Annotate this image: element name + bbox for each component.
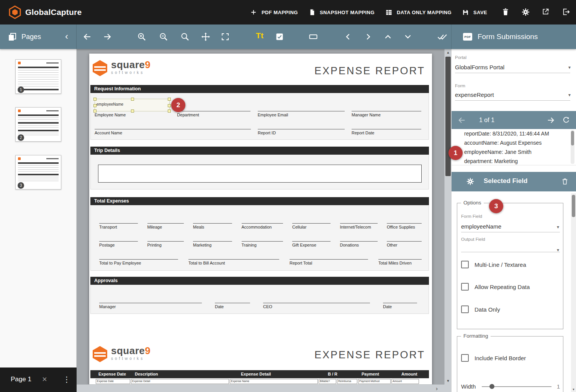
- caret-down-icon[interactable]: ▾: [557, 224, 559, 230]
- chevron-up-icon[interactable]: [383, 32, 393, 41]
- selected-field-overlay[interactable]: employeeName: [95, 99, 170, 111]
- pan-move-icon[interactable]: [201, 32, 210, 41]
- resize-handle[interactable]: [131, 98, 134, 101]
- record-row[interactable]: reportDate: 8/31/2020, 11:46:44 AM: [452, 129, 576, 138]
- record-row[interactable]: employeeName: Jane Smith: [452, 147, 576, 157]
- prev-field-chevron-left-icon[interactable]: [344, 32, 353, 41]
- pdf-mapping-button[interactable]: PDF MAPPING: [250, 0, 298, 24]
- scrollbar-thumb[interactable]: [571, 131, 574, 145]
- multiline-option-row: Multi-Line / Textarea: [461, 261, 526, 268]
- resize-handle[interactable]: [168, 98, 171, 101]
- repeating-data-option-row: Allow Repeating Data: [461, 283, 530, 291]
- collapse-pages-icon[interactable]: ‹: [62, 30, 71, 42]
- chevron-down-icon[interactable]: [403, 32, 412, 41]
- form-field: Other: [387, 241, 422, 247]
- kebab-menu-icon[interactable]: ⋮: [63, 375, 70, 384]
- snapshot-mapping-button[interactable]: SNAPSHOT MAPPING: [309, 0, 375, 24]
- formatting-group: Formatting Include Field Border Width 1: [457, 336, 563, 392]
- record-row[interactable]: accountName: August Expenses: [452, 138, 576, 147]
- scroll-down-icon[interactable]: ▾: [571, 387, 576, 391]
- field-border-checkbox[interactable]: [461, 354, 469, 362]
- panel-scrollbar[interactable]: ▾: [571, 193, 576, 392]
- resize-handle[interactable]: [93, 98, 97, 101]
- logo-subtext: softworks: [111, 70, 151, 75]
- zoom-in-icon[interactable]: [137, 32, 146, 41]
- record-row[interactable]: department: Marketing: [452, 157, 576, 165]
- section-header-trip-details: Trip Details: [90, 147, 429, 155]
- page-footer-bar: Page 1 × ⋮: [0, 368, 77, 392]
- page-thumbnail-2[interactable]: 2: [15, 107, 61, 142]
- scrollbar-thumb[interactable]: [572, 195, 575, 217]
- open-in-new-icon[interactable]: [542, 8, 551, 17]
- logo-accent: 9: [145, 345, 151, 356]
- multiline-checkbox[interactable]: [461, 261, 469, 268]
- checkbox-label: Allow Repeating Data: [475, 284, 530, 290]
- caret-down-icon[interactable]: ▾: [568, 65, 571, 70]
- delete-icon[interactable]: [501, 8, 511, 17]
- scroll-up-icon[interactable]: ▲: [445, 51, 451, 54]
- page-thumbnail-3[interactable]: 3: [15, 155, 61, 189]
- table-cell: Expense Detail: [131, 379, 229, 384]
- zoom-out-icon[interactable]: [159, 32, 168, 41]
- repeating-data-checkbox[interactable]: [461, 283, 469, 291]
- table-grid-icon: [385, 9, 393, 16]
- page-thumbnail-1[interactable]: 1: [15, 59, 61, 94]
- search-icon[interactable]: [180, 32, 190, 41]
- form-select[interactable]: expenseReport: [455, 91, 566, 98]
- data-only-checkbox[interactable]: [461, 305, 469, 313]
- slider-handle[interactable]: [489, 384, 494, 389]
- checkbox-tool-icon[interactable]: [275, 32, 284, 41]
- checkbox-label: Multi-Line / Textarea: [475, 261, 526, 268]
- resize-handle[interactable]: [168, 104, 171, 107]
- table-header-cell: B / R: [328, 372, 337, 376]
- apply-all-double-check-icon[interactable]: [437, 32, 447, 41]
- refresh-icon[interactable]: [562, 116, 570, 124]
- form-field: Meals: [193, 223, 232, 229]
- textbox-tool-icon[interactable]: [309, 32, 318, 41]
- settings-gear-icon[interactable]: [521, 8, 530, 17]
- section-header-approvals: Approvals: [90, 277, 429, 285]
- pages-sidebar: 1 2 3: [0, 49, 77, 368]
- page-number-badge: 2: [18, 134, 24, 141]
- data-only-mapping-button[interactable]: DATA ONLY MAPPING: [385, 0, 452, 24]
- form-field: Training: [242, 241, 283, 247]
- delete-field-trash-icon[interactable]: [561, 177, 569, 186]
- save-button[interactable]: SAVE: [462, 0, 487, 24]
- page-number-badge: 3: [18, 182, 24, 189]
- close-icon[interactable]: ×: [42, 374, 47, 384]
- text-field-tool-icon[interactable]: Tt: [254, 31, 265, 42]
- resize-handle[interactable]: [93, 109, 97, 113]
- form-field: Office Supplies: [387, 223, 422, 229]
- resize-handle[interactable]: [131, 109, 134, 113]
- form-field: Total Miles Driven: [378, 259, 422, 265]
- scroll-right-icon[interactable]: ›: [436, 385, 438, 392]
- submissions-pager: 1 of 1: [452, 111, 576, 129]
- scroll-down-icon[interactable]: ▼: [445, 379, 451, 383]
- resize-handle[interactable]: [168, 109, 171, 113]
- portal-select[interactable]: GlobalForms Portal: [455, 64, 566, 70]
- options-legend: Options: [461, 200, 484, 206]
- next-field-chevron-right-icon[interactable]: [363, 32, 373, 41]
- data-only-mapping-label: DATA ONLY MAPPING: [397, 10, 452, 15]
- expense-fields-row2: Postage Printing Marketing Training Gift…: [99, 241, 422, 247]
- horizontal-scrollbar[interactable]: ›: [77, 384, 444, 392]
- previous-record-arrow-icon[interactable]: [458, 116, 466, 124]
- resize-handle[interactable]: [93, 104, 97, 107]
- form-field-select[interactable]: employeeName: [461, 223, 553, 230]
- scrollbar-thumb[interactable]: [445, 57, 451, 176]
- fullscreen-icon[interactable]: [221, 32, 230, 41]
- logout-icon[interactable]: [562, 8, 571, 17]
- table-cell: Billable?: [319, 379, 336, 384]
- redo-arrow-right-icon[interactable]: [103, 32, 112, 41]
- form-field: Date: [215, 303, 250, 309]
- vertical-scrollbar[interactable]: ▲ ▼: [444, 49, 451, 384]
- width-slider[interactable]: [482, 386, 551, 387]
- record-list-scrollbar[interactable]: [571, 130, 574, 164]
- undo-arrow-left-icon[interactable]: [83, 32, 92, 41]
- form-field: Report Total: [290, 259, 368, 265]
- caret-down-icon[interactable]: ▾: [568, 92, 571, 98]
- form-field: Postage: [99, 241, 138, 247]
- portal-label: Portal: [455, 55, 466, 60]
- divider: [455, 73, 570, 73]
- next-record-arrow-icon[interactable]: [547, 116, 555, 124]
